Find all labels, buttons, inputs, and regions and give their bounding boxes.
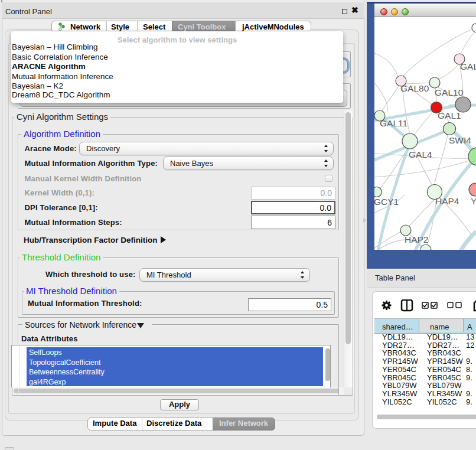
svg-text:GAL2: GAL2	[460, 61, 476, 71]
svg-text:GAL1: GAL1	[438, 110, 461, 120]
svg-text:GCY1: GCY1	[374, 197, 399, 207]
svg-text:HAP2: HAP2	[405, 234, 429, 244]
svg-text:GAL10: GAL10	[435, 87, 464, 97]
svg-text:YB: YB	[471, 196, 476, 206]
svg-text:GAL4: GAL4	[409, 149, 432, 159]
svg-text:SWI4: SWI4	[449, 135, 471, 145]
svg-text:HAP4: HAP4	[435, 196, 459, 206]
svg-text:GAL80: GAL80	[400, 83, 429, 93]
svg-text:GAL11: GAL11	[380, 118, 407, 128]
